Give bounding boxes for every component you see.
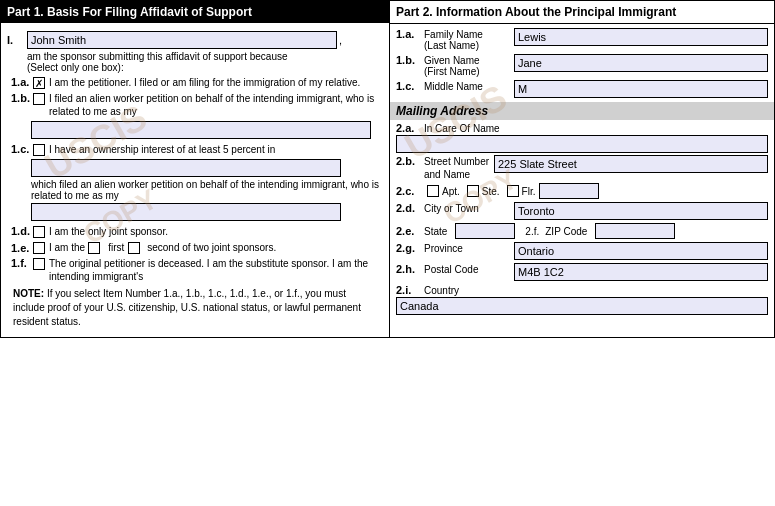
item-1e-second-checkbox[interactable] xyxy=(128,242,140,254)
item-1c-checkbox[interactable] xyxy=(33,144,45,156)
apt-number-input[interactable] xyxy=(539,183,599,199)
apt-label: Apt. xyxy=(442,186,460,197)
item-1e-checkbox[interactable] xyxy=(33,242,45,254)
item-1d-text: I am the only joint sponsor. xyxy=(49,225,168,238)
sponsor-intro-text: am the sponsor submitting this affidavit… xyxy=(27,51,383,73)
item-1b-label: 1.b. xyxy=(11,92,33,104)
item-1c-label: 1.c. xyxy=(11,143,33,155)
field-2a-row: 2.a. In Care Of Name xyxy=(396,122,768,153)
field-2d-label: 2.d. xyxy=(396,202,424,214)
item-1f-row: 1.f. The original petitioner is deceased… xyxy=(7,257,383,283)
mailing-address-header: Mailing Address xyxy=(390,102,774,120)
item-1c-input2[interactable] xyxy=(31,203,341,221)
apt-checkbox[interactable] xyxy=(427,185,439,197)
sponsor-label: I. xyxy=(7,34,27,46)
field-1c-sublabel: Middle Name xyxy=(424,80,514,92)
country-input[interactable] xyxy=(396,297,768,315)
item-1e-text-prefix: I am the xyxy=(49,241,85,254)
note-text: NOTE: If you select Item Number 1.a., 1.… xyxy=(13,287,377,329)
item-1b-input[interactable] xyxy=(31,121,371,139)
flr-checkbox[interactable] xyxy=(507,185,519,197)
field-1a-sublabel: Family Name(Last Name) xyxy=(424,28,514,51)
right-panel: Part 2. Information About the Principal … xyxy=(390,1,774,337)
item-1d-label: 1.d. xyxy=(11,225,33,237)
item-1b-row: 1.b. I filed an alien worker petition on… xyxy=(7,92,383,118)
field-2h-label: 2.h. xyxy=(396,263,424,275)
item-1e-row: 1.e. I am the first second of two joint … xyxy=(11,241,383,254)
part2-header-text: Part 2. Information About the Principal … xyxy=(396,5,676,19)
item-1a-checkbox[interactable] xyxy=(33,77,45,89)
field-2e-sublabel: State xyxy=(424,226,447,237)
item-1b-text: I filed an alien worker petition on beha… xyxy=(49,92,383,118)
item-1c-text-after: which filed an alien worker petition on … xyxy=(31,179,383,201)
ste-checkbox[interactable] xyxy=(467,185,479,197)
item-1d-row: 1.d. I am the only joint sponsor. xyxy=(7,225,383,238)
ste-label: Ste. xyxy=(482,186,500,197)
zip-input[interactable] xyxy=(595,223,675,239)
item-1f-text: The original petitioner is deceased. I a… xyxy=(49,257,383,283)
field-1b-label: 1.b. xyxy=(396,54,424,66)
item-1a-label: 1.a. xyxy=(11,76,33,88)
middle-name-input[interactable] xyxy=(514,80,768,98)
part2-header: Part 2. Information About the Principal … xyxy=(390,1,774,24)
field-2b-sublabel: Street Numberand Name xyxy=(424,155,494,181)
field-2g-sublabel: Province xyxy=(424,242,514,254)
field-1a-label: 1.a. xyxy=(396,28,424,40)
field-1b-row: 1.b. Given Name(First Name) xyxy=(396,54,768,77)
field-2g-label: 2.g. xyxy=(396,242,424,254)
field-2f-sublabel: ZIP Code xyxy=(545,226,587,237)
item-1e-first-checkbox[interactable] xyxy=(88,242,100,254)
field-2g-row: 2.g. Province xyxy=(396,242,768,260)
item-1b-checkbox[interactable] xyxy=(33,93,45,105)
item-1e-first-label: first xyxy=(108,241,124,254)
family-name-input[interactable] xyxy=(514,28,768,46)
field-2i-row: 2.i. Country xyxy=(396,284,768,315)
field-2h-sublabel: Postal Code xyxy=(424,263,514,275)
field-2i-label: 2.i. xyxy=(396,284,424,296)
field-2d-sublabel: City or Town xyxy=(424,202,514,214)
field-2a-label: 2.a. xyxy=(396,122,424,134)
item-1e-second-label: second of two joint sponsors. xyxy=(147,241,276,254)
field-2c-label: 2.c. xyxy=(396,185,424,197)
field-1c-row: 1.c. Middle Name xyxy=(396,80,768,98)
field-2e-2f-row: 2.e. State 2.f. ZIP Code xyxy=(396,223,768,239)
item-1a-row: 1.a. I am the petitioner. I filed or am … xyxy=(7,76,383,89)
field-2b-label: 2.b. xyxy=(396,155,424,167)
street-number-input[interactable] xyxy=(494,155,768,173)
part1-header: Part 1. Basis For Filing Affidavit of Su… xyxy=(1,1,389,23)
left-panel: Part 1. Basis For Filing Affidavit of Su… xyxy=(1,1,390,337)
field-2a-sublabel: In Care Of Name xyxy=(424,123,500,134)
field-2h-row: 2.h. Postal Code xyxy=(396,263,768,281)
item-1c-input1[interactable] xyxy=(31,159,341,177)
comma: , xyxy=(339,34,342,46)
postal-code-input[interactable] xyxy=(514,263,768,281)
field-2f-label: 2.f. xyxy=(525,226,539,237)
flr-label: Flr. xyxy=(522,186,536,197)
item-1f-checkbox[interactable] xyxy=(33,258,45,270)
field-2e-label: 2.e. xyxy=(396,225,424,237)
field-1c-label: 1.c. xyxy=(396,80,424,92)
province-input[interactable] xyxy=(514,242,768,260)
city-input[interactable] xyxy=(514,202,768,220)
field-2c-row: 2.c. Apt. Ste. Flr. xyxy=(396,183,768,199)
field-2i-sublabel: Country xyxy=(424,285,459,296)
item-1e-label: 1.e. xyxy=(11,242,33,254)
field-2b-row: 2.b. Street Numberand Name xyxy=(396,155,768,181)
item-1d-checkbox[interactable] xyxy=(33,226,45,238)
field-1b-sublabel: Given Name(First Name) xyxy=(424,54,514,77)
item-1a-text: I am the petitioner. I filed or am filin… xyxy=(49,76,360,89)
item-1c-text-before: I have an ownership interest of at least… xyxy=(49,143,275,156)
in-care-of-input[interactable] xyxy=(396,135,768,153)
field-2d-row: 2.d. City or Town xyxy=(396,202,768,220)
given-name-input[interactable] xyxy=(514,54,768,72)
sponsor-name-input[interactable] xyxy=(27,31,337,49)
item-1f-label: 1.f. xyxy=(11,257,33,269)
field-1a-row: 1.a. Family Name(Last Name) xyxy=(396,28,768,51)
item-1c-row: 1.c. I have an ownership interest of at … xyxy=(7,143,383,156)
state-input[interactable] xyxy=(455,223,515,239)
